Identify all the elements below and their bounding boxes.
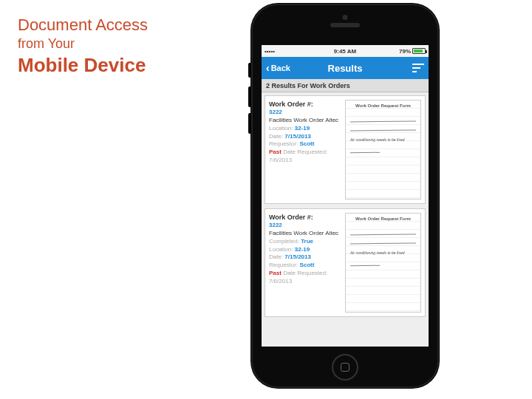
comp-label: Completed:: [269, 238, 299, 245]
status-bar: ••••• 9:45 AM 79%: [262, 45, 429, 57]
battery-icon: [412, 48, 426, 54]
wo-desc: Facilities Work Order Altec: [269, 230, 342, 238]
home-button[interactable]: [332, 354, 358, 381]
back-label: Back: [271, 64, 290, 72]
datereq-value: 7/6/2013: [269, 278, 342, 286]
battery-percent: 79%: [399, 48, 411, 55]
results-list[interactable]: Work Order #: 3222 Facilities Work Order…: [262, 92, 429, 347]
front-camera: [343, 15, 348, 20]
card-meta: Work Order #: 3222 Facilities Work Order…: [269, 100, 342, 200]
loc-label: Location:: [269, 125, 293, 132]
wo-number[interactable]: 3222: [269, 109, 342, 117]
wo-label: Work Order #:: [269, 100, 342, 109]
form-note: Air conditioning needs to be fixed: [350, 137, 405, 142]
past-badge: Past: [269, 270, 282, 276]
phone-frame: ••••• 9:45 AM 79% ‹ Back Results 2 Resul…: [251, 4, 439, 388]
phone-screen: ••••• 9:45 AM 79% ‹ Back Results 2 Resul…: [262, 45, 429, 347]
loc-value: 32-19: [295, 246, 310, 253]
slide-title: Document Access from Your Mobile Device: [18, 15, 148, 78]
title-line1: Document Access: [18, 15, 148, 35]
mute-switch: [248, 63, 251, 78]
date-value: 7/15/2013: [284, 133, 311, 140]
loc-label: Location:: [269, 246, 293, 253]
document-thumbnail[interactable]: Work Order Request Form Air conditioning…: [345, 100, 421, 200]
results-count: 2 Results For Work Orders: [262, 79, 429, 92]
nav-bar: ‹ Back Results: [262, 57, 429, 79]
req-value: Scott: [299, 140, 314, 147]
req-label: Requestor:: [269, 140, 298, 147]
req-label: Requestor:: [269, 262, 298, 268]
volume-up-button: [248, 86, 251, 107]
past-badge: Past: [269, 149, 282, 155]
datereq-label: Date Requested:: [283, 149, 327, 155]
volume-down-button: [248, 113, 251, 134]
card-meta: Work Order #: 3222 Facilities Work Order…: [269, 213, 342, 313]
chevron-left-icon: ‹: [266, 63, 270, 73]
result-card[interactable]: Work Order #: 3222 Facilities Work Order…: [265, 95, 426, 204]
form-title: Work Order Request Form: [346, 103, 420, 108]
date-label: Date:: [269, 253, 283, 260]
wo-number[interactable]: 3222: [269, 222, 342, 230]
filter-icon[interactable]: [412, 64, 424, 72]
title-line2: from Your: [18, 35, 148, 52]
title-line3: Mobile Device: [18, 53, 148, 78]
document-thumbnail[interactable]: Work Order Request Form Air conditioning…: [345, 213, 421, 313]
datereq-label: Date Requested:: [283, 270, 327, 276]
earpiece-speaker: [330, 23, 360, 27]
form-title: Work Order Request Form: [346, 216, 420, 221]
wo-label: Work Order #:: [269, 213, 342, 222]
result-card[interactable]: Work Order #: 3222 Facilities Work Order…: [265, 208, 426, 317]
loc-value: 32-19: [295, 125, 310, 132]
datereq-value: 7/6/2013: [269, 157, 342, 165]
date-value: 7/15/2013: [284, 253, 311, 260]
form-note: Air conditioning needs to be fixed: [350, 250, 405, 255]
comp-value: True: [301, 238, 313, 245]
req-value: Scott: [299, 262, 314, 268]
wo-desc: Facilities Work Order Altec: [269, 117, 342, 125]
back-button[interactable]: ‹ Back: [266, 63, 290, 73]
date-label: Date:: [269, 133, 283, 140]
